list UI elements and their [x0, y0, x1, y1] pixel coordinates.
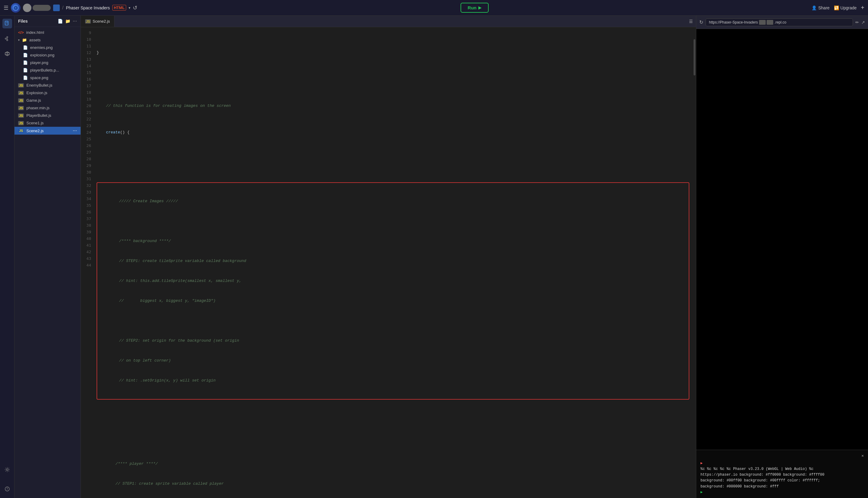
sidebar-icon-3d[interactable] — [2, 49, 12, 58]
new-file-icon[interactable]: 📄 — [58, 19, 63, 24]
topbar: ☰ / Phaser Space Invaders HTML ▾ ↺ Run ▶… — [0, 0, 868, 16]
png-file-icon-explosion: 📄 — [23, 53, 28, 57]
hamburger-icon[interactable]: ☰ — [4, 4, 9, 11]
url-bar: https://Phaser-Space-Invaders .repl.co — [706, 18, 853, 26]
file-name-enemies: enemies.png — [30, 45, 53, 50]
file-name-phaser-min: phaser.min.js — [26, 106, 50, 110]
code-line-10 — [96, 76, 689, 83]
svg-rect-4 — [6, 22, 8, 22]
js-file-icon-phaser-min: JS — [18, 106, 24, 110]
reload-icon[interactable]: ↻ — [699, 19, 703, 25]
file-item-index-html[interactable]: </> index.html — [14, 29, 81, 36]
run-label: Run — [468, 5, 476, 10]
scrollbar-track[interactable] — [693, 27, 696, 498]
code-line-15 — [100, 218, 686, 225]
file-panel-title: Files — [18, 19, 55, 24]
js-file-icon-explosion: JS — [18, 91, 24, 95]
upgrade-icon: 🔁 — [834, 5, 839, 10]
file-item-enemies-png[interactable]: 📄 enemies.png — [14, 44, 81, 51]
sidebar-icon-settings[interactable] — [2, 465, 12, 474]
preview-area: ↻ https://Phaser-Space-Invaders .repl.co… — [696, 16, 868, 498]
url-edit-icon[interactable]: ✏ — [855, 20, 859, 25]
code-editor[interactable]: } // this function is for creating image… — [93, 27, 693, 498]
url-block-1 — [759, 20, 766, 25]
code-line-26: /**** player ****/ — [96, 461, 689, 467]
file-name-scene1-js: Scene1.js — [26, 121, 43, 125]
file-item-explosion-png[interactable]: 📄 explosion.png — [14, 51, 81, 59]
user-avatar-area — [23, 4, 51, 12]
file-name-player: player.png — [30, 60, 48, 65]
highlight-box-create-images: ///// Create Images ///// /**** backgrou… — [96, 182, 689, 399]
run-button[interactable]: Run ▶ — [461, 3, 489, 13]
file-item-enemybullet-js[interactable]: JS EnemyBullet.js — [14, 81, 81, 89]
editor-tab-scene2[interactable]: JS Scene2.js — [81, 16, 114, 27]
sidebar-icon-git[interactable] — [2, 34, 12, 43]
js-tab-icon: JS — [85, 19, 91, 24]
file-item-playerbullets-png[interactable]: 📄 playerBullets.p... — [14, 66, 81, 74]
code-line-24 — [96, 421, 689, 428]
file-panel: Files 📄 📁 ⋯ </> index.html ▾ 📁 assets 📄 … — [14, 16, 81, 498]
file-item-scene1-js[interactable]: JS Scene1.js — [14, 119, 81, 127]
png-file-icon-player: 📄 — [23, 60, 28, 65]
file-name-game-js: Game.js — [26, 98, 41, 103]
file-name-index-html: index.html — [26, 30, 44, 35]
file-name-explosion: explosion.png — [30, 53, 54, 57]
file-item-space-png[interactable]: 📄 space.png — [14, 74, 81, 81]
editor-tabs: JS Scene2.js ☰ — [81, 16, 696, 27]
code-line-21: // STEP2: set origin for the background … — [100, 338, 686, 344]
upgrade-button[interactable]: 🔁 Upgrade — [834, 5, 857, 10]
folder-name-assets: assets — [29, 38, 41, 42]
file-menu-icon[interactable]: ⋯ — [73, 19, 77, 24]
folder-toggle-icon: ▾ — [18, 38, 19, 42]
url-open-icon[interactable]: ↗ — [862, 20, 865, 25]
folder-icon-assets: 📁 — [22, 38, 27, 42]
code-line-16: /**** background ****/ — [100, 238, 686, 245]
code-line-11: // this function is for creating images … — [96, 103, 689, 109]
project-name: Phaser Space Invaders — [66, 5, 110, 10]
js-file-icon-scene2: JS — [18, 129, 24, 133]
chevron-down-icon[interactable]: ▾ — [129, 6, 130, 10]
plus-button[interactable]: + — [861, 4, 864, 11]
code-line-19: // biggest x, biggest y, "imageID") — [100, 298, 686, 304]
history-icon[interactable]: ↺ — [133, 4, 137, 11]
console-area: ✕ ▶ %c %c %c %c %c Phaser v3.23.0 (WebGL… — [696, 450, 868, 498]
file-item-game-js[interactable]: JS Game.js — [14, 96, 81, 104]
code-line-13 — [96, 156, 689, 162]
new-folder-icon[interactable]: 📁 — [65, 19, 70, 24]
topbar-left: ☰ / Phaser Space Invaders HTML ▾ ↺ — [4, 3, 137, 13]
file-name-explosion-js: Explosion.js — [26, 91, 47, 95]
svg-point-7 — [6, 40, 8, 41]
file-item-scene2-js[interactable]: JS Scene2.js ⋯ — [14, 127, 81, 135]
file-item-phaser-min-js[interactable]: JS phaser.min.js — [14, 104, 81, 112]
file-item-playerbullet-js[interactable]: JS PlayerBullet.js — [14, 112, 81, 119]
file-name-playerbullet-js: PlayerBullet.js — [26, 113, 51, 118]
upgrade-label: Upgrade — [841, 5, 857, 10]
file-name-playerbullets: playerBullets.p... — [30, 68, 59, 73]
code-line-18: // hint: this.add.tileSprite(smallest x,… — [100, 278, 686, 284]
file-item-more-icon[interactable]: ⋯ — [73, 128, 77, 133]
editor-tab-more[interactable]: ☰ — [686, 19, 696, 24]
file-item-explosion-js[interactable]: JS Explosion.js — [14, 89, 81, 96]
file-item-assets-folder[interactable]: ▾ 📁 assets — [14, 36, 81, 44]
svg-point-8 — [5, 38, 6, 39]
html-file-icon: </> — [18, 30, 24, 35]
console-clear-icon[interactable]: ✕ — [862, 453, 864, 459]
code-container: 9 10 11 12 13 14 15 16 17 18 19 20 21 22… — [81, 27, 696, 498]
icon-sidebar: ? — [0, 16, 14, 498]
preview-black-canvas — [696, 29, 868, 450]
file-item-player-png[interactable]: 📄 player.png — [14, 59, 81, 66]
topbar-right: 👤 Share 🔁 Upgrade + — [812, 4, 864, 11]
user-avatar — [23, 4, 31, 12]
code-line-14: ///// Create Images ///// — [100, 198, 686, 205]
line-numbers: 9 10 11 12 13 14 15 16 17 18 19 20 21 22… — [81, 27, 93, 498]
breadcrumb-separator: / — [62, 5, 63, 11]
sidebar-icon-files[interactable] — [2, 19, 12, 28]
sidebar-icon-help[interactable]: ? — [2, 484, 12, 494]
png-file-icon-space: 📄 — [23, 76, 28, 80]
scrollbar-thumb[interactable] — [694, 39, 695, 76]
share-button[interactable]: 👤 Share — [812, 5, 829, 10]
editor-tab-name: Scene2.js — [93, 19, 110, 24]
project-square-icon — [53, 4, 60, 11]
png-file-icon-playerbullets: 📄 — [23, 68, 28, 73]
code-line-22: // on top left corner) — [100, 357, 686, 364]
